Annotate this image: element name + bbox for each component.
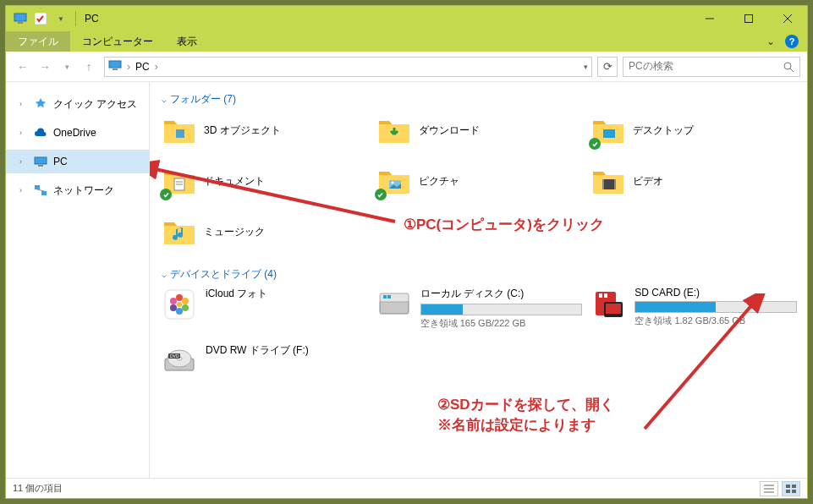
search-icon: [783, 61, 794, 73]
svg-rect-16: [176, 129, 184, 138]
svg-rect-1: [18, 22, 23, 24]
svg-rect-7: [109, 61, 121, 68]
address-bar[interactable]: › PC › ▾: [104, 57, 592, 77]
breadcrumb-pc[interactable]: PC: [135, 61, 150, 73]
svg-rect-12: [38, 165, 43, 167]
folder-desktop[interactable]: デスクトップ: [591, 112, 797, 149]
up-button[interactable]: ↑: [79, 57, 99, 77]
tab-file[interactable]: ファイル: [6, 31, 70, 52]
drive-dvd-f[interactable]: DVD DVD RW ドライブ (F:): [162, 343, 368, 379]
save-icon[interactable]: [31, 9, 50, 28]
chevron-right-icon: ›: [19, 129, 28, 137]
explorer-window: ▼ PC ファイル コンピューター 表示 ⌄ ? ← → ▾ ↑: [5, 5, 808, 499]
pc-icon: [108, 60, 122, 74]
search-input[interactable]: PCの検索: [623, 57, 800, 77]
sidebar: › クイック アクセス › OneDrive › PC › ネットワーク: [6, 82, 150, 478]
folder-downloads[interactable]: ダウンロード: [376, 112, 583, 149]
folder-videos[interactable]: ビデオ: [591, 162, 797, 200]
svg-rect-56: [792, 490, 796, 493]
chevron-right-icon: ›: [19, 157, 28, 166]
chevron-right-icon: ›: [19, 100, 28, 108]
sidebar-item-label: OneDrive: [53, 127, 96, 139]
capacity-bar: [634, 301, 797, 313]
folder-3dobjects[interactable]: 3D オブジェクト: [162, 112, 368, 149]
svg-rect-11: [35, 157, 47, 164]
svg-rect-39: [599, 293, 602, 298]
folder-icon: [162, 163, 197, 199]
pc-icon: [11, 9, 30, 28]
annotation-2b: ※名前は設定によります: [437, 415, 596, 435]
refresh-button[interactable]: ⟳: [597, 57, 618, 77]
recent-dropdown[interactable]: ▾: [57, 57, 77, 77]
sidebar-item-label: クイック アクセス: [53, 97, 137, 112]
minimize-button[interactable]: [690, 6, 729, 31]
sidebar-item-quickaccess[interactable]: › クイック アクセス: [6, 92, 149, 116]
sidebar-item-label: PC: [53, 156, 68, 167]
sdcard-icon: [591, 287, 626, 322]
svg-point-28: [176, 294, 183, 301]
folder-icon: [376, 112, 412, 148]
capacity-bar: [420, 304, 583, 315]
view-icons-button[interactable]: [782, 481, 800, 496]
svg-rect-8: [113, 68, 118, 70]
separator: [75, 11, 76, 26]
forward-button[interactable]: →: [35, 57, 55, 77]
back-button[interactable]: ←: [13, 57, 33, 77]
ribbon: ファイル コンピューター 表示 ⌄ ?: [6, 31, 807, 52]
chevron-right-icon: ›: [19, 186, 28, 194]
svg-point-32: [170, 304, 177, 311]
breadcrumb-sep: ›: [127, 61, 130, 73]
svg-rect-23: [602, 179, 616, 189]
svg-line-15: [37, 189, 44, 191]
folder-icon: [162, 112, 197, 148]
folder-documents[interactable]: ドキュメント: [162, 162, 368, 200]
drive-local-c[interactable]: ローカル ディスク (C:) 空き領域 165 GB/222 GB: [376, 287, 583, 330]
svg-rect-42: [606, 304, 621, 314]
view-details-button[interactable]: [760, 481, 778, 496]
content-pane: ⌵ フォルダー (7) 3D オブジェクト ダウンロード デスクトップ: [150, 82, 807, 478]
tab-computer[interactable]: コンピューター: [70, 31, 165, 52]
sidebar-item-network[interactable]: › ネットワーク: [6, 178, 149, 202]
close-button[interactable]: [768, 6, 807, 31]
tab-view[interactable]: 表示: [165, 31, 209, 52]
folder-icon: [376, 163, 412, 199]
svg-point-22: [391, 182, 393, 184]
svg-rect-40: [604, 293, 607, 298]
group-folders-header[interactable]: ⌵ フォルダー (7): [150, 85, 797, 112]
sync-check-icon: [160, 189, 172, 200]
breadcrumb-sep: ›: [155, 61, 158, 73]
folder-icon: [591, 163, 626, 199]
sidebar-item-pc[interactable]: › PC: [6, 150, 149, 173]
search-placeholder: PCの検索: [629, 59, 673, 74]
chevron-down-icon[interactable]: ⌄: [766, 36, 775, 47]
sidebar-item-onedrive[interactable]: › OneDrive: [6, 121, 149, 145]
chevron-down-icon[interactable]: ▾: [584, 63, 588, 71]
svg-rect-4: [745, 15, 753, 23]
maximize-button[interactable]: [729, 6, 768, 31]
group-drives-header[interactable]: ⌵ デバイスとドライブ (4): [150, 260, 797, 287]
sync-check-icon: [375, 189, 387, 200]
svg-rect-0: [14, 14, 26, 21]
svg-rect-25: [614, 179, 616, 189]
folder-pictures[interactable]: ピクチャ: [376, 162, 583, 200]
dropdown-icon[interactable]: ▼: [52, 9, 70, 28]
svg-text:DVD: DVD: [170, 353, 179, 359]
sidebar-item-label: ネットワーク: [53, 184, 114, 198]
chevron-down-icon: ⌵: [162, 95, 167, 104]
svg-rect-55: [786, 490, 790, 493]
drive-sdcard-e[interactable]: SD CARD (E:) 空き領域 1.82 GB/3.65 GB: [591, 287, 797, 330]
svg-rect-37: [387, 295, 391, 299]
drive-icloud[interactable]: iCloud フォト: [162, 287, 368, 330]
svg-point-30: [182, 304, 189, 311]
folder-music[interactable]: ミュージック: [162, 213, 368, 250]
chevron-down-icon: ⌵: [162, 270, 167, 279]
folder-icon: [591, 112, 626, 148]
disk-icon: [376, 287, 412, 322]
pc-icon: [33, 154, 48, 169]
svg-point-29: [182, 298, 189, 304]
svg-rect-17: [603, 129, 615, 138]
network-icon: [33, 183, 48, 198]
sync-check-icon: [589, 138, 601, 150]
status-item-count: 11 個の項目: [13, 482, 63, 495]
help-icon[interactable]: ?: [785, 35, 799, 48]
